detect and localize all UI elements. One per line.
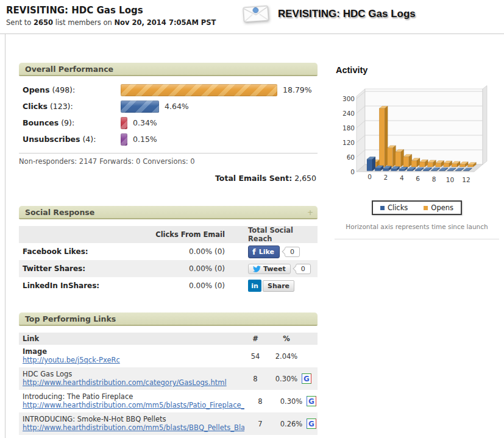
chart-legend-wrap: ClicksOpens: [335, 200, 499, 215]
link-title: Image: [23, 347, 240, 356]
table-row: INTRODUCING: Smoke-N-Hot BBQ Pelletshttp…: [19, 412, 318, 435]
campaign-title: REVISITING: HDC Gas Logs: [6, 5, 216, 16]
social-row-label: LinkedIn InShares:: [19, 281, 133, 290]
facebook-f-icon: f: [252, 247, 256, 256]
center-header: REVISITING: HDC Gas Logs: [243, 2, 416, 26]
tweet-button[interactable]: Tweet: [248, 264, 291, 274]
metric-row: Unsubscribes (4):0.15%: [19, 131, 318, 147]
svg-text:180: 180: [343, 124, 355, 132]
overall-performance-header: Overall Performance: [19, 63, 318, 76]
social-table-header: Clicks From Email Total Social Reach: [19, 226, 318, 243]
social-widget: inShare: [227, 280, 318, 292]
svg-text:12: 12: [462, 176, 470, 183]
report-body: Overall Performance Opens (498):18.79%Cl…: [5, 34, 504, 438]
metric-bar: [121, 117, 127, 129]
link-click-count: 8: [244, 397, 276, 406]
tweet-count-bubble: 0: [296, 264, 311, 274]
metric-pct-value: 18.79%: [283, 85, 312, 94]
social-row-label: Twitter Shares:: [19, 264, 133, 273]
link-url[interactable]: http://youtu.be/j5qck-PxeRc: [23, 356, 240, 365]
link-url[interactable]: http://www.hearthdistribution.com/mm5/bl…: [23, 401, 244, 410]
campaign-info: REVISITING: HDC Gas Logs Sent to 2650 li…: [6, 5, 216, 27]
metric-row: Bounces (9):0.34%: [19, 115, 318, 131]
link-title: Introducing: The Patio Fireplace: [23, 392, 244, 401]
expand-plus-icon[interactable]: +: [307, 206, 313, 219]
link-url[interactable]: http://www.hearthdistribution.com/catego…: [23, 378, 240, 387]
social-row: Facebook Likes:0.00% (0)fLike0: [19, 243, 318, 260]
footnote-item: Forwards: 0: [99, 157, 140, 166]
like-count-bubble: 0: [285, 247, 300, 257]
link-click-pct: 0.26%: [276, 420, 307, 428]
link-title: HDC Gas Logs: [23, 370, 240, 378]
metric-label: Opens (498):: [23, 85, 121, 94]
facebook-like-button[interactable]: fLike: [248, 245, 280, 258]
table-row: Unveiling.... The Kamado Gourmet!http://…: [19, 435, 318, 438]
link-title: INTRODUCING: Smoke-N-Hot BBQ Pellets: [23, 415, 244, 423]
svg-text:2: 2: [384, 174, 388, 181]
metric-row: Opens (498):18.79%: [19, 82, 318, 98]
svg-text:10: 10: [446, 176, 454, 183]
twitter-bird-icon: [253, 265, 261, 273]
table-row: Imagehttp://youtu.be/j5qck-PxeRc542.04%: [19, 345, 318, 367]
ga-cell: G: [307, 396, 322, 406]
social-clicks-value: 0.00% (0): [133, 247, 227, 256]
metric-pct-value: 0.34%: [133, 118, 157, 127]
google-analytics-icon[interactable]: G: [307, 419, 316, 429]
social-response-panel: Social Response + Clicks From Email Tota…: [19, 206, 318, 294]
social-widget: fLike0: [227, 245, 318, 258]
linkedin-share-button[interactable]: Share: [263, 280, 294, 292]
google-analytics-icon[interactable]: G: [302, 373, 311, 384]
total-emails-label: Total Emails Sent:: [215, 174, 292, 183]
activity-chart-svg: 060120180240300024681012: [335, 81, 496, 186]
metric-label: Bounces (9):: [23, 118, 121, 127]
link-click-count: 8: [240, 375, 271, 383]
social-response-title: Social Response: [25, 208, 94, 217]
svg-text:4: 4: [400, 174, 404, 182]
svg-text:120: 120: [343, 139, 355, 146]
col-pct: %: [271, 334, 302, 343]
activity-title: Activity: [336, 65, 499, 75]
svg-text:60: 60: [347, 154, 355, 161]
social-row: Twitter Shares:0.00% (0)Tweet0: [19, 260, 318, 277]
col-count: #: [240, 334, 271, 343]
link-cell: INTRODUCING: Smoke-N-Hot BBQ Pelletshttp…: [23, 415, 244, 433]
ga-cell: G: [307, 419, 322, 429]
legend-swatch: [424, 206, 428, 210]
sent-middle: list members on: [55, 18, 112, 27]
link-click-pct: 0.30%: [276, 397, 307, 406]
envelope-icon: [242, 4, 270, 27]
ga-cell: G: [302, 373, 318, 384]
col-clicks-from-email: Clicks From Email: [133, 230, 227, 239]
google-analytics-icon[interactable]: G: [307, 396, 316, 406]
svg-text:8: 8: [432, 175, 436, 183]
chart-caption: Horizontal axis represents time since la…: [335, 223, 499, 230]
social-row: LinkedIn InShares:0.00% (0)inShare: [19, 277, 318, 294]
performance-metrics: Opens (498):18.79%Clicks (123):4.64%Boun…: [19, 82, 318, 147]
left-column: Overall Performance Opens (498):18.79%Cl…: [19, 63, 318, 438]
col-total-social-reach: Total Social Reach: [227, 226, 318, 243]
link-cell: HDC Gas Logshttp://www.hearthdistributio…: [23, 370, 240, 387]
linkedin-in-icon[interactable]: in: [248, 280, 261, 292]
total-emails-line: Total Emails Sent: 2,650: [19, 174, 318, 183]
svg-text:0: 0: [367, 173, 372, 180]
campaign-sent-line: Sent to 2650 list members on Nov 20, 201…: [6, 18, 216, 27]
activity-chart: 060120180240300024681012: [335, 81, 496, 188]
link-click-count: 54: [240, 352, 271, 361]
metric-pct-value: 4.64%: [165, 102, 189, 111]
footnote-item: Conversions: 0: [143, 157, 194, 166]
svg-text:300: 300: [343, 95, 355, 102]
table-row: Introducing: The Patio Fireplacehttp://w…: [19, 390, 318, 412]
activity-column: Activity 060120180240300024681012 Clicks…: [335, 63, 499, 438]
social-table: Clicks From Email Total Social Reach Fac…: [19, 226, 318, 294]
link-cell: Imagehttp://youtu.be/j5qck-PxeRc: [23, 347, 240, 365]
link-cell: Introducing: The Patio Fireplacehttp://w…: [23, 392, 244, 410]
link-url[interactable]: http://www.hearthdistribution.com/mm5/bl…: [23, 423, 244, 433]
legend-item: Clicks: [380, 203, 408, 212]
metric-pct-value: 0.15%: [133, 135, 157, 144]
links-table-header: Link # %: [19, 333, 318, 345]
link-click-pct: 0.30%: [271, 375, 302, 383]
svg-text:6: 6: [416, 175, 420, 182]
metric-row: Clicks (123):4.64%: [19, 98, 318, 115]
center-campaign-title: REVISITING: HDC Gas Logs: [278, 8, 416, 20]
link-click-pct: 2.04%: [271, 352, 302, 361]
